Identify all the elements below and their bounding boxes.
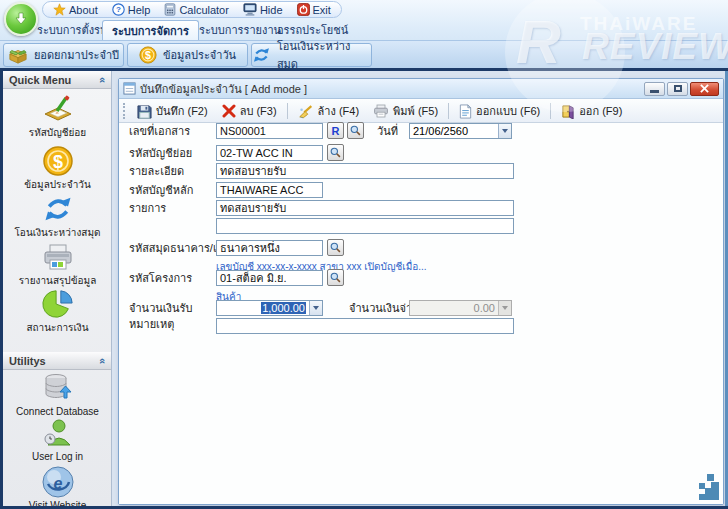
item-input[interactable]: ทดสอบรายรับ (216, 200, 514, 216)
app-orb-button[interactable] (4, 2, 38, 36)
dollar-coin-icon: $ (41, 144, 75, 178)
daily-data-button[interactable]: $ ข้อมูลประจำวัน (127, 43, 248, 67)
sidebar-item-summary-report[interactable]: รายงานสรุปข้อมูล (3, 240, 112, 286)
doc-no-input[interactable]: NS00001 (216, 123, 323, 139)
main-account-input[interactable]: THAIWARE ACC (216, 182, 323, 198)
yearly-balance-button[interactable]: ยอดยกมาประจำปี (3, 43, 124, 67)
amount-received-dropdown-button[interactable] (309, 301, 322, 315)
amount-received-label: จำนวนเงินรับ (129, 300, 192, 316)
project-label: รหัสโครงการ (129, 270, 192, 286)
clear-button[interactable]: ล้าง (F4) (291, 100, 367, 122)
toolbar-button-label: ลบ (F3) (240, 102, 277, 120)
collapse-chevron-icon[interactable]: « (94, 357, 112, 363)
sidebar-item-sub-account[interactable]: รหัสบัญชีย่อย (3, 92, 112, 138)
sub-account-search-button[interactable] (327, 144, 344, 161)
tab-management-system[interactable]: ระบบการจัดการ (102, 20, 199, 40)
minimize-icon (650, 90, 659, 93)
sidebar-item-daily-data[interactable]: $ ข้อมูลประจำวัน (3, 144, 112, 190)
help-icon: ? (112, 3, 125, 16)
amount-paid-combobox: 0.00 (409, 300, 512, 316)
sidebar-item-label: รหัสบัญชีย่อย (3, 127, 112, 138)
project-search-button[interactable] (327, 269, 344, 286)
main-account-label: รหัสบัญชีหลัก (129, 182, 193, 198)
design-icon (459, 104, 472, 119)
calculator-icon (164, 3, 176, 16)
pie-chart-icon (41, 287, 75, 321)
chevron-down-icon (313, 306, 319, 310)
sidebar-item-transfer[interactable]: โอนเงินระหว่างสมุด (3, 192, 112, 238)
shortcut-button-label: ข้อมูลประจำวัน (163, 46, 236, 64)
recurring-button[interactable]: R (327, 122, 344, 139)
utilities-header[interactable]: Utilitys « (3, 352, 112, 370)
sidebar-item-visit-website[interactable]: e Visit Website (3, 465, 112, 506)
sidebar-item-user-login[interactable]: User Log in (3, 416, 112, 462)
print-button[interactable]: พิมพ์ (F5) (366, 100, 445, 122)
resize-grip[interactable] (691, 472, 719, 500)
shortcut-toolbar: ยอดยกมาประจำปี $ ข้อมูลประจำวัน โอนเงินร… (0, 40, 728, 68)
exit-button[interactable]: ออก (F9) (554, 100, 629, 122)
sidebar-item-label: สถานะการเงิน (3, 322, 112, 333)
detail-input[interactable]: ทดสอบรายรับ (216, 163, 514, 179)
menu-item-label: About (69, 4, 98, 16)
maximize-button[interactable] (667, 82, 688, 96)
doc-no-search-button[interactable] (347, 122, 364, 139)
svg-text:$: $ (145, 49, 151, 61)
star-icon (53, 3, 66, 16)
clear-icon (298, 104, 314, 119)
save-icon (137, 104, 152, 119)
design-button[interactable]: ออกแบบ (F6) (452, 100, 547, 122)
collapse-chevron-icon[interactable]: « (94, 76, 112, 82)
menu-bar: About ? Help Calculator (42, 1, 342, 18)
remark-input[interactable] (216, 318, 514, 334)
doc-no-label: เลขที่เอกสาร (129, 123, 190, 139)
quick-menu-header[interactable]: Quick Menu « (3, 71, 112, 89)
minimize-button[interactable] (644, 82, 665, 96)
amount-received-combobox[interactable]: 1,000.00 (216, 300, 323, 316)
bank-book-input[interactable]: ธนาคารหนึ่ง (216, 240, 323, 256)
date-dropdown-button[interactable] (498, 124, 511, 138)
sub-account-input[interactable]: 02-TW ACC IN (216, 145, 323, 161)
menu-item-help[interactable]: ? Help (112, 3, 151, 16)
project-input[interactable]: 01-สต็อค มิ.ย. (216, 270, 323, 286)
menu-item-calculator[interactable]: Calculator (164, 3, 229, 16)
sidebar-item-connect-database[interactable]: Connect Database (3, 371, 112, 417)
transfer-between-books-button[interactable]: โอนเงินระหว่างสมุด (251, 43, 372, 67)
document-titlebar[interactable]: บันทึกข้อมูลประจำวัน [ Add mode ] (119, 79, 723, 99)
toolbar-grip (123, 103, 126, 119)
sidebar-item-label: โอนเงินระหว่างสมุด (3, 227, 112, 238)
sidebar-item-financial-status[interactable]: สถานะการเงิน (3, 287, 112, 333)
bank-book-search-button[interactable] (327, 239, 344, 256)
exit-door-icon (561, 104, 575, 119)
menu-item-label: Help (128, 4, 151, 16)
magnifier-icon (330, 147, 341, 158)
sidebar: Quick Menu « รหัสบัญชีย่อย $ (3, 71, 112, 506)
menu-item-about[interactable]: About (53, 3, 98, 16)
menu-item-exit[interactable]: Exit (297, 3, 331, 16)
toolbar-separator (448, 103, 449, 119)
dollar-coin-icon: $ (139, 46, 157, 64)
recurring-button-label: R (332, 125, 340, 137)
amount-paid-value: 0.00 (411, 301, 497, 315)
delete-button[interactable]: ลบ (F3) (215, 100, 284, 122)
close-button[interactable] (690, 82, 719, 96)
edit-pad-icon (41, 92, 75, 126)
maximize-icon (674, 85, 682, 92)
item-extra-input[interactable] (216, 218, 514, 234)
save-button[interactable]: บันทึก (F2) (130, 100, 215, 122)
globe-icon: e (41, 465, 75, 499)
document-toolbar: บันทึก (F2) ลบ (F3) (119, 100, 723, 123)
daily-entry-form: เลขที่เอกสาร NS00001 R วันที่ 21/06/2560 (119, 123, 723, 504)
magnifier-icon (330, 242, 341, 253)
date-combobox[interactable]: 21/06/2560 (409, 123, 512, 139)
delete-icon (222, 104, 236, 118)
chevron-down-icon (502, 306, 508, 310)
menu-item-label: Calculator (179, 4, 229, 16)
database-icon (41, 371, 75, 405)
transfer-arrows-icon (41, 192, 75, 226)
document-title: บันทึกข้อมูลประจำวัน [ Add mode ] (140, 80, 642, 98)
toolbar-button-label: พิมพ์ (F5) (393, 102, 438, 120)
main-workspace: บันทึกข้อมูลประจำวัน [ Add mode ] (112, 71, 725, 506)
item-label: รายการ (129, 200, 166, 216)
menu-item-hide[interactable]: Hide (243, 3, 283, 16)
toolbar-separator (287, 103, 288, 119)
